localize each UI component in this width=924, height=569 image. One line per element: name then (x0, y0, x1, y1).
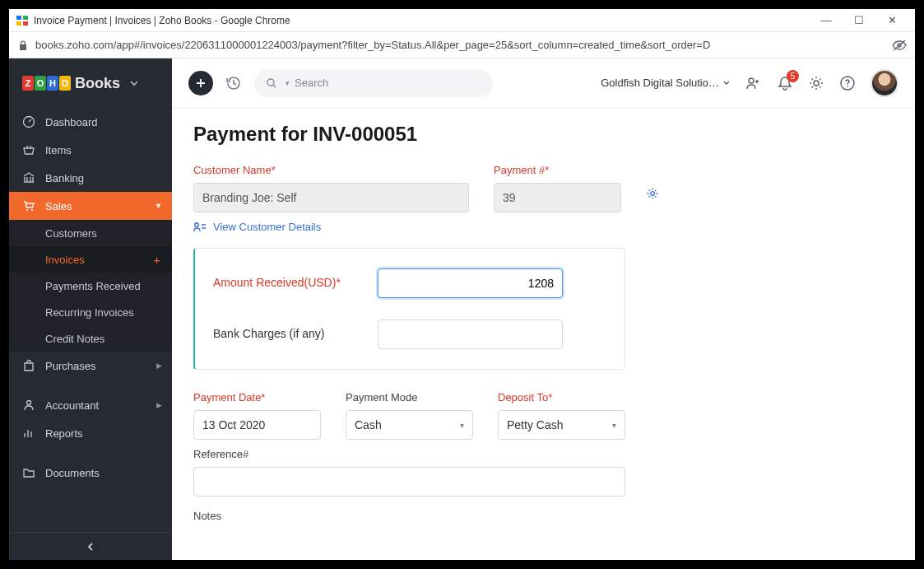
main-column: ▾ Search Goldfish Digital Solutio… (172, 58, 915, 560)
payment-mode-label: Payment Mode (346, 391, 473, 403)
deposit-to-select[interactable]: Petty Cash ▾ (498, 410, 625, 440)
sidebar-sub-recurring-invoices[interactable]: Recurring Invoices (9, 299, 172, 325)
search-input[interactable]: ▾ Search (254, 69, 493, 97)
sub-label: Customers (45, 227, 97, 240)
users-icon (745, 75, 762, 91)
svg-rect-3 (23, 21, 28, 26)
sidebar-sub-invoices[interactable]: Invoices + (9, 246, 172, 273)
sidebar-item-purchases[interactable]: Purchases ▶ (9, 352, 172, 380)
svg-rect-1 (23, 16, 28, 20)
deposit-to-label: Deposit To* (498, 391, 625, 403)
window-frame: Invoice Payment | Invoices | Zoho Books … (8, 8, 916, 561)
sub-label: Invoices (45, 254, 85, 266)
sidebar-label: Reports (45, 427, 83, 440)
chevron-down-icon[interactable]: ▾ (286, 79, 290, 87)
sidebar-label: Items (45, 144, 72, 156)
lock-icon (17, 40, 29, 51)
sidebar-item-sales[interactable]: Sales ▼ (9, 192, 172, 220)
avatar[interactable] (871, 69, 898, 97)
bank-icon (22, 171, 35, 184)
svg-point-15 (651, 192, 655, 196)
page-title: Payment for INV-000051 (193, 123, 894, 146)
sub-label: Credit Notes (45, 333, 104, 345)
sidebar-item-documents[interactable]: Documents (9, 459, 172, 487)
add-invoice-icon[interactable]: + (153, 253, 160, 267)
bag-icon (22, 359, 35, 372)
org-switcher[interactable]: Goldfish Digital Solutio… (601, 77, 731, 89)
window-close[interactable]: ✕ (875, 14, 908, 26)
svg-point-14 (847, 86, 848, 87)
payment-mode-select[interactable]: Cash ▾ (346, 410, 473, 440)
payment-date-field[interactable] (193, 410, 321, 440)
svg-point-11 (749, 78, 754, 83)
gear-icon (808, 75, 824, 91)
sidebar-sales-submenu: Customers Invoices + Payments Received R… (9, 220, 172, 352)
chart-icon (22, 427, 35, 440)
sub-label: Recurring Invoices (45, 306, 134, 319)
customer-name-field[interactable] (193, 183, 469, 212)
settings-button[interactable] (808, 75, 824, 91)
payment-date-label: Payment Date* (193, 391, 321, 403)
brand-text: Books (75, 75, 120, 92)
window-maximize[interactable]: ☐ (843, 14, 875, 26)
history-button[interactable] (225, 74, 243, 92)
sidebar-sub-payments-received[interactable]: Payments Received (9, 273, 172, 299)
sidebar-item-dashboard[interactable]: Dashboard (9, 108, 172, 136)
customer-name-label: Customer Name* (193, 164, 469, 176)
sidebar-label: Sales (45, 200, 72, 212)
person-icon (22, 399, 35, 412)
chevron-down-icon: ▾ (612, 421, 616, 430)
notification-badge: 5 (787, 70, 799, 82)
sidebar-sub-customers[interactable]: Customers (9, 220, 172, 246)
notes-label: Notes (193, 510, 894, 522)
notifications-button[interactable]: 5 (777, 75, 793, 91)
sidebar-sub-credit-notes[interactable]: Credit Notes (9, 325, 172, 352)
caret-right-icon: ▶ (156, 401, 162, 409)
topbar: ▾ Search Goldfish Digital Solutio… (172, 58, 915, 108)
reference-field[interactable] (193, 467, 625, 497)
help-icon (839, 75, 856, 91)
plus-icon (195, 77, 207, 89)
svg-rect-2 (16, 21, 21, 26)
bank-charges-field[interactable] (378, 319, 563, 349)
link-text: View Customer Details (213, 221, 321, 233)
invite-users-button[interactable] (745, 75, 762, 91)
svg-point-10 (267, 79, 274, 86)
incognito-icon[interactable] (892, 40, 907, 51)
sidebar-item-reports[interactable]: Reports (9, 419, 172, 447)
svg-point-7 (26, 209, 28, 211)
browser-url: books.zoho.com/app#/invoices/22063110000… (35, 39, 885, 51)
window-minimize[interactable]: — (810, 14, 843, 26)
bank-charges-label: Bank Charges (if any) (213, 326, 378, 343)
sidebar-label: Dashboard (45, 116, 98, 128)
chevron-down-icon (128, 77, 140, 89)
browser-addressbar[interactable]: books.zoho.com/app#/invoices/22063110000… (9, 32, 915, 58)
browser-title: Invoice Payment | Invoices | Zoho Books … (34, 15, 290, 26)
org-name: Goldfish Digital Solutio… (601, 77, 719, 89)
sidebar: ZOHO Books Dashboard Items Banking (9, 58, 172, 560)
sidebar-item-items[interactable]: Items (9, 136, 172, 164)
view-customer-details-link[interactable]: View Customer Details (193, 221, 894, 233)
folder-icon (22, 466, 35, 479)
chevron-down-icon (722, 79, 731, 87)
payment-number-field[interactable] (494, 183, 621, 212)
favicon-icon (16, 14, 29, 27)
amount-box: Amount Received(USD)* Bank Charges (if a… (193, 248, 625, 370)
amount-received-field[interactable] (378, 268, 563, 298)
zoho-logo-icon: ZOHO (22, 76, 72, 91)
svg-point-12 (814, 81, 819, 86)
payment-number-settings[interactable] (646, 187, 659, 200)
help-button[interactable] (839, 75, 856, 91)
chevron-down-icon: ▾ (460, 421, 464, 430)
search-placeholder: Search (295, 77, 328, 89)
quick-create-button[interactable] (188, 71, 213, 96)
amount-received-label: Amount Received(USD)* (213, 275, 378, 291)
sidebar-collapse[interactable] (9, 532, 172, 560)
sub-label: Payments Received (45, 280, 141, 292)
browser-titlebar: Invoice Payment | Invoices | Zoho Books … (9, 9, 915, 32)
gauge-icon (22, 115, 35, 128)
sidebar-item-banking[interactable]: Banking (9, 164, 172, 192)
sidebar-label: Accountant (45, 399, 99, 412)
sidebar-item-accountant[interactable]: Accountant ▶ (9, 391, 172, 419)
brand[interactable]: ZOHO Books (9, 58, 172, 108)
